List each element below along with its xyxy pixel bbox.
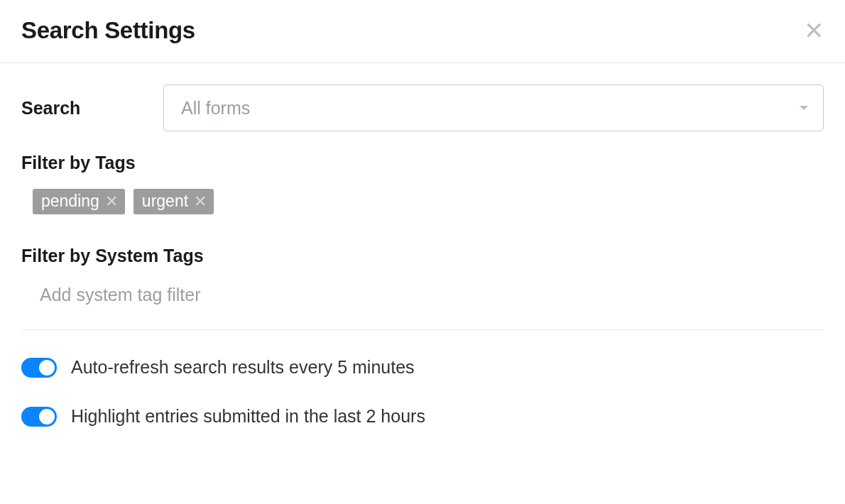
- tag-remove-icon[interactable]: ✕: [105, 194, 118, 209]
- search-select-value: All forms: [163, 84, 824, 131]
- tag-urgent[interactable]: urgent ✕: [133, 189, 214, 214]
- search-control-col: All forms: [163, 84, 824, 131]
- filter-tags-section: Filter by Tags pending ✕ urgent ✕: [21, 153, 824, 214]
- tag-label: urgent: [142, 192, 188, 211]
- modal-header: Search Settings ✕: [0, 0, 845, 63]
- auto-refresh-row: Auto-refresh search results every 5 minu…: [21, 357, 824, 378]
- chevron-down-icon: [800, 106, 808, 110]
- divider: [21, 329, 824, 330]
- close-icon[interactable]: ✕: [804, 18, 824, 43]
- search-settings-modal: Search Settings ✕ Search All forms Filte…: [0, 0, 845, 427]
- filter-tags-label: Filter by Tags: [21, 153, 824, 173]
- highlight-toggle[interactable]: [21, 407, 57, 427]
- toggle-knob: [39, 360, 55, 376]
- tag-pending[interactable]: pending ✕: [33, 189, 125, 214]
- auto-refresh-label: Auto-refresh search results every 5 minu…: [71, 357, 415, 378]
- toggle-knob: [39, 409, 55, 424]
- search-label: Search: [21, 98, 80, 118]
- tag-label: pending: [41, 192, 99, 211]
- filter-tags-row[interactable]: pending ✕ urgent ✕: [21, 189, 824, 214]
- filter-system-tags-label: Filter by System Tags: [21, 246, 824, 266]
- tag-remove-icon[interactable]: ✕: [194, 194, 207, 209]
- filter-system-tags-section: Filter by System Tags: [21, 246, 824, 308]
- highlight-row: Highlight entries submitted in the last …: [21, 406, 824, 427]
- search-label-col: Search: [21, 98, 163, 119]
- search-row: Search All forms: [21, 84, 824, 131]
- modal-title: Search Settings: [21, 17, 195, 44]
- modal-body: Search All forms Filter by Tags pending …: [0, 63, 845, 427]
- search-select[interactable]: All forms: [163, 84, 824, 131]
- auto-refresh-toggle[interactable]: [21, 358, 57, 378]
- system-tag-input[interactable]: [21, 282, 824, 308]
- highlight-label: Highlight entries submitted in the last …: [71, 406, 425, 427]
